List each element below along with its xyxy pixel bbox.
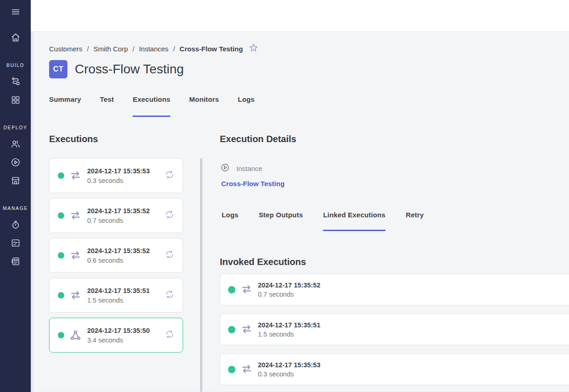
components-icon — [10, 94, 21, 107]
sidebar-item-components[interactable] — [0, 93, 31, 109]
sidebar-item-logs[interactable] — [0, 236, 31, 252]
top-bar — [31, 0, 569, 31]
page-title: Cross-Flow Testing — [75, 62, 184, 77]
sidebar-item-integrations[interactable] — [0, 74, 31, 90]
tab-test[interactable]: Test — [100, 95, 114, 117]
breadcrumb-separator: / — [173, 45, 175, 53]
execution-timestamp: 2024-12-17 15:35:52 — [258, 282, 320, 289]
status-success-dot — [228, 326, 235, 333]
detail-tab-retry[interactable]: Retry — [406, 211, 424, 231]
retry-execution-button[interactable] — [164, 289, 175, 302]
execution-info: 2024-12-17 15:35:53 0.3 seconds — [87, 167, 150, 184]
execution-duration: 0.3 seconds — [87, 177, 150, 184]
home-icon — [10, 32, 21, 45]
sidebar-section-manage: MANAGE — [0, 205, 31, 211]
status-success-dot — [58, 292, 64, 298]
favorite-button[interactable] — [248, 43, 259, 55]
invoked-execution-item[interactable]: 2024-12-17 15:35:52 0.7 seconds — [220, 274, 569, 305]
breadcrumb-instances[interactable]: Instances — [139, 45, 168, 53]
breadcrumb-current: Cross-Flow Testing — [179, 45, 243, 53]
invoked-execution-item[interactable]: 2024-12-17 15:35:53 0.3 seconds — [220, 353, 569, 385]
invoked-executions-list: 2024-12-17 15:35:52 0.7 seconds 2024-12-… — [220, 274, 569, 392]
retry-execution-button[interactable] — [164, 170, 175, 182]
execution-list-item[interactable]: 2024-12-17 15:35:51 1.5 seconds — [49, 278, 183, 313]
status-success-dot — [228, 286, 235, 293]
sidebar-item-customers[interactable] — [0, 137, 31, 153]
status-success-dot — [228, 366, 235, 373]
embedded-icon — [10, 256, 21, 269]
sidebar-item-embedded[interactable] — [0, 254, 31, 270]
breadcrumb-separator: / — [133, 45, 134, 53]
execution-timestamp: 2024-12-17 15:35:53 — [258, 361, 320, 369]
detail-tab-step-outputs[interactable]: Step Outputs — [259, 211, 303, 231]
status-success-dot — [58, 332, 64, 338]
refresh-icon — [164, 170, 175, 182]
breadcrumb: Customers / Smith Corp / Instances / Cro… — [49, 43, 259, 55]
sidebar-item-marketplace[interactable] — [0, 174, 31, 189]
tab-logs[interactable]: Logs — [238, 95, 255, 117]
instance-link[interactable]: Cross-Flow Testing — [221, 180, 284, 188]
execution-timestamp: 2024-12-17 15:35:53 — [87, 167, 150, 175]
execution-duration: 0.7 seconds — [87, 217, 150, 224]
logs-icon — [10, 237, 21, 250]
execution-list-item[interactable]: 2024-12-17 15:35:53 0.3 seconds — [49, 158, 183, 193]
execution-info: 2024-12-17 15:35:50 3.4 seconds — [87, 327, 150, 344]
execution-duration: 0.7 seconds — [258, 291, 320, 298]
detail-tab-linked-executions[interactable]: Linked Executions — [323, 211, 385, 231]
tab-summary[interactable]: Summary — [49, 95, 81, 117]
executions-scrollbar[interactable] — [200, 158, 202, 392]
star-icon — [248, 43, 259, 55]
marketplace-icon — [10, 175, 21, 188]
execution-timestamp: 2024-12-17 15:35:52 — [87, 207, 150, 215]
avatar: CT — [49, 60, 67, 78]
tab-monitors[interactable]: Monitors — [189, 95, 219, 117]
sidebar-section-deploy: DEPLOY — [0, 125, 31, 130]
execution-list-item[interactable]: 2024-12-17 15:35:52 0.7 seconds — [49, 198, 183, 233]
swap-arrows-icon — [69, 210, 82, 222]
invoked-executions-title: Invoked Executions — [220, 257, 306, 267]
breadcrumb-customers[interactable]: Customers — [49, 45, 83, 53]
sidebar-item-monitors[interactable] — [0, 218, 31, 233]
sidebar: BUILD DEPLOY MANAGE — [0, 0, 31, 392]
execution-timestamp: 2024-12-17 15:35:51 — [87, 287, 150, 294]
swap-arrows-icon — [69, 289, 82, 302]
execution-info: 2024-12-17 15:35:52 0.7 seconds — [258, 282, 320, 298]
swap-arrows-icon — [240, 283, 253, 296]
sidebar-item-instances[interactable] — [0, 155, 31, 171]
swap-arrows-icon — [240, 323, 253, 336]
execution-info: 2024-12-17 15:35:52 0.7 seconds — [87, 207, 150, 224]
execution-duration: 0.6 seconds — [87, 257, 150, 264]
monitors-icon — [10, 219, 21, 232]
execution-timestamp: 2024-12-17 15:35:51 — [258, 321, 320, 329]
customers-icon — [10, 138, 21, 151]
menu-button[interactable] — [0, 5, 31, 21]
sidebar-item-home[interactable] — [0, 31, 31, 46]
swap-arrows-icon — [69, 170, 82, 182]
executions-panel-title: Executions — [49, 134, 98, 144]
refresh-icon — [164, 249, 175, 262]
instance-row: Instance — [220, 163, 262, 174]
detail-tab-logs[interactable]: Logs — [222, 211, 239, 231]
page-header: CT Cross-Flow Testing — [49, 60, 184, 78]
execution-info: 2024-12-17 15:35:51 1.5 seconds — [87, 287, 150, 304]
retry-execution-button[interactable] — [164, 329, 175, 342]
execution-list-item-selected[interactable]: 2024-12-17 15:35:50 3.4 seconds — [49, 318, 183, 353]
tab-executions[interactable]: Executions — [133, 95, 170, 117]
instances-icon — [10, 157, 21, 170]
execution-duration: 3.4 seconds — [87, 337, 150, 344]
refresh-icon — [164, 289, 175, 302]
status-success-dot — [58, 252, 64, 259]
execution-info: 2024-12-17 15:35:53 0.3 seconds — [258, 361, 320, 378]
execution-list-item[interactable]: 2024-12-17 15:35:52 0.6 seconds — [49, 238, 183, 273]
retry-execution-button[interactable] — [164, 210, 175, 222]
invoked-execution-item[interactable]: 2024-12-17 15:35:51 1.5 seconds — [220, 314, 569, 345]
swap-arrows-icon — [240, 363, 253, 375]
breadcrumb-smith-corp[interactable]: Smith Corp — [94, 45, 128, 53]
execution-info: 2024-12-17 15:35:51 1.5 seconds — [258, 321, 320, 338]
retry-execution-button[interactable] — [164, 249, 175, 262]
status-success-dot — [58, 172, 64, 179]
executions-list: 2024-12-17 15:35:53 0.3 seconds 2024-12-… — [49, 158, 183, 358]
menu-icon — [11, 7, 21, 19]
refresh-icon — [164, 210, 175, 222]
instance-label: Instance — [236, 165, 262, 172]
